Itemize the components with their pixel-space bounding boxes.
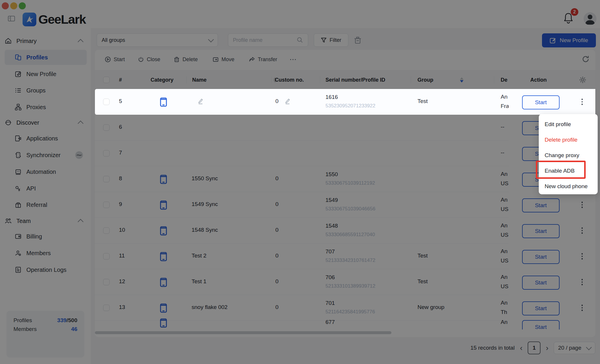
row-checkbox[interactable]: [103, 150, 110, 157]
toolbar-button-label: ⋯: [289, 55, 296, 63]
row-checkbox[interactable]: [103, 253, 110, 260]
sidebar-item-api[interactable]: API: [5, 181, 87, 196]
sidebar-section-primary[interactable]: Primary: [5, 34, 87, 48]
row-more-actions-kebab-icon[interactable]: [579, 303, 585, 312]
toolbar-transfer-button[interactable]: Transfer: [249, 56, 277, 63]
sidebar-toggle-icon[interactable]: [7, 14, 16, 23]
sidebar-item-automation[interactable]: Automation: [5, 164, 87, 179]
column-header-#: #: [119, 71, 122, 89]
toolbar-more-button[interactable]: ⋯: [289, 55, 296, 63]
sidebar-item-label: Profiles: [26, 54, 48, 61]
row-checkbox[interactable]: [103, 124, 110, 131]
row-more-actions-kebab-icon[interactable]: [579, 252, 585, 261]
row-checkbox[interactable]: [103, 176, 110, 182]
toolbar-delete-button[interactable]: Delete: [173, 56, 198, 63]
group-select[interactable]: All groups: [97, 33, 218, 47]
select-all-checkbox[interactable]: [103, 77, 110, 83]
mac-close-button[interactable]: [2, 2, 9, 9]
profile-name-input[interactable]: Profile name: [228, 33, 308, 47]
column-settings-gear-icon[interactable]: [579, 76, 587, 84]
start-profile-button[interactable]: Start: [522, 320, 560, 329]
sidebar-item-proxies[interactable]: Proxies: [5, 99, 87, 115]
toolbar-close-button[interactable]: Close: [138, 56, 160, 63]
column-header-name[interactable]: Name: [192, 71, 277, 89]
row-more-actions-kebab-icon[interactable]: [579, 278, 585, 286]
sidebar-item-referral[interactable]: Referral: [5, 197, 87, 212]
start-profile-button[interactable]: Start: [522, 224, 560, 238]
column-header-de: De: [501, 71, 507, 89]
column-divider: [411, 76, 411, 83]
start-profile-button[interactable]: Start: [522, 95, 560, 109]
filter-button[interactable]: Filter: [314, 33, 348, 47]
sidebar-section-discover[interactable]: Discover: [5, 116, 87, 130]
toolbar-button-label: Move: [221, 56, 234, 63]
horizontal-scrollbar[interactable]: [95, 331, 391, 334]
sidebar-item-operation-logs[interactable]: Operation Logs: [5, 262, 87, 277]
page-size-select[interactable]: 20 / page: [554, 342, 595, 354]
device-info: An: [501, 171, 507, 177]
clear-filter-icon[interactable]: [353, 36, 362, 45]
row-checkbox[interactable]: [103, 99, 110, 105]
menu-item-enable-adb[interactable]: Enable ADB: [539, 163, 598, 178]
table-row-9: 91549 Sync01549533306751039046656AnUSSta…: [95, 192, 595, 218]
team-icon: [5, 217, 12, 224]
start-profile-button[interactable]: Start: [522, 250, 560, 264]
column-header-label: Custom no.: [275, 77, 304, 83]
serial-number: 707: [325, 248, 335, 255]
cloud-phone-icon: [160, 200, 167, 210]
sidebar-item-label: Operation Logs: [26, 267, 67, 273]
row-number: 9: [119, 201, 122, 207]
group-name: New group: [417, 304, 444, 310]
start-profile-button[interactable]: Start: [522, 276, 560, 290]
row-checkbox[interactable]: [103, 279, 110, 285]
edit-name-pencil-icon[interactable]: [197, 97, 204, 105]
row-more-actions-kebab-icon[interactable]: [579, 226, 585, 235]
sidebar-item-billing[interactable]: Billing: [5, 229, 87, 244]
table-row-12: 12Test 10706521333101389939712TestAnUSSt…: [95, 269, 595, 295]
row-more-actions-kebab-icon[interactable]: [579, 200, 585, 209]
row-checkbox[interactable]: [103, 227, 110, 234]
menu-item-delete-profile[interactable]: Delete profile: [539, 132, 598, 147]
profile-name: 1548 Sync: [192, 227, 218, 233]
menu-item-new-cloud-phone[interactable]: New cloud phone: [539, 178, 598, 194]
user-avatar[interactable]: [584, 12, 596, 25]
sidebar-section-label: Discover: [16, 119, 39, 126]
group-select-value: All groups: [102, 37, 125, 43]
next-page-icon[interactable]: ›: [546, 345, 548, 351]
pinned-action-cell: Start: [509, 243, 595, 269]
new-profile-button[interactable]: New Profile: [542, 33, 596, 47]
chevron-down-icon: [586, 344, 592, 350]
cloud-phone-icon: [160, 318, 167, 328]
serial-number: 701: [325, 300, 335, 306]
mac-zoom-button[interactable]: [19, 2, 26, 9]
sidebar-item-profiles[interactable]: Profiles: [5, 50, 87, 65]
column-header-serial-number-profile-id[interactable]: Serial number/Profile ID: [325, 71, 463, 89]
column-divider: [320, 76, 320, 83]
prev-page-icon[interactable]: ‹: [520, 345, 523, 351]
menu-item-change-proxy[interactable]: Change proxy: [539, 147, 598, 163]
start-profile-button[interactable]: Start: [522, 198, 560, 212]
sidebar-section-label: Primary: [16, 38, 37, 44]
mac-minimize-button[interactable]: [10, 2, 17, 9]
current-page[interactable]: 1: [528, 341, 541, 354]
sidebar-item-new-profile[interactable]: New Profile: [5, 66, 87, 82]
row-checkbox[interactable]: [103, 202, 110, 208]
toolbar-move-button[interactable]: Move: [212, 56, 234, 63]
refresh-icon[interactable]: [582, 55, 590, 63]
sidebar-item-members[interactable]: Members: [5, 245, 87, 261]
top-bar: [0, 0, 600, 28]
sidebar-section-team[interactable]: Team: [5, 214, 87, 228]
toolbar-start-button[interactable]: Start: [105, 56, 125, 63]
sidebar-item-synchronizer[interactable]: Synchronizer: [5, 147, 87, 163]
sidebar-item-applications[interactable]: Applications: [5, 131, 87, 146]
pinned-action-cell: Start: [509, 89, 595, 115]
row-more-actions-kebab-icon[interactable]: [579, 97, 585, 106]
device-info: US: [501, 180, 508, 187]
sidebar-item-groups[interactable]: Groups: [5, 83, 87, 98]
filter-button-label: Filter: [330, 37, 341, 43]
edit-custom-no-pencil-icon[interactable]: [284, 97, 291, 105]
start-profile-button[interactable]: Start: [522, 301, 560, 315]
menu-item-edit-profile[interactable]: Edit profile: [539, 116, 598, 132]
custom-number: 0: [275, 304, 279, 310]
row-checkbox[interactable]: [103, 305, 110, 311]
